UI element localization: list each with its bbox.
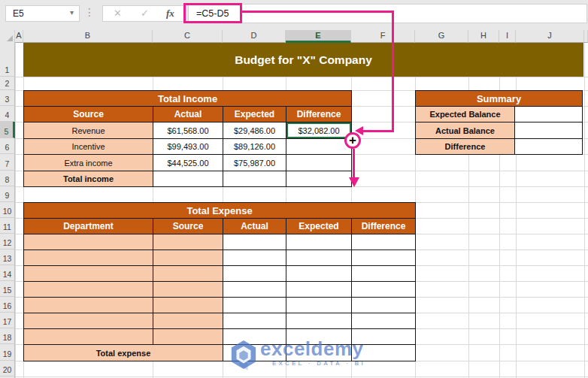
cell-E14[interactable] — [286, 266, 352, 282]
cell-C17[interactable] — [153, 313, 223, 329]
row-header-16[interactable]: 16 — [0, 297, 15, 313]
cell-C16[interactable] — [153, 298, 223, 313]
cell-F18[interactable] — [352, 329, 416, 345]
cell-E7[interactable] — [286, 155, 352, 171]
expense-header-source[interactable]: Source — [153, 219, 223, 234]
row-header-20[interactable]: 20 — [0, 361, 15, 376]
cell-E5-selected[interactable]: $32,082.00 — [286, 122, 352, 139]
enter-icon[interactable]: ✓ — [141, 8, 149, 19]
cell-C18[interactable] — [153, 329, 223, 345]
chevron-down-icon[interactable]: ▾ — [70, 8, 74, 17]
column-header-A[interactable]: A — [15, 30, 23, 43]
row-header-15[interactable]: 15 — [0, 281, 15, 297]
cell-D6[interactable]: $89,126.00 — [223, 139, 286, 155]
cell-B8-total-income[interactable]: Total income — [24, 171, 153, 187]
income-title-cell[interactable]: Total Income — [24, 91, 352, 107]
select-all-button[interactable] — [0, 30, 15, 43]
cell-C5[interactable]: $61,568.00 — [153, 122, 223, 139]
row-header-18[interactable]: 18 — [0, 328, 15, 344]
row-header-8[interactable]: 8 — [0, 171, 15, 186]
row-header-5[interactable]: 5 — [0, 122, 15, 138]
cell-C14[interactable] — [153, 266, 223, 282]
expense-title-cell[interactable]: Total Expense — [24, 203, 416, 219]
row-header-11[interactable]: 11 — [0, 218, 15, 234]
row-header-17[interactable]: 17 — [0, 313, 15, 328]
cell-D19[interactable] — [223, 345, 286, 361]
cell-C7[interactable]: $44,525.00 — [153, 155, 223, 171]
income-header-difference[interactable]: Difference — [286, 107, 352, 122]
cell-C8[interactable] — [153, 171, 223, 187]
cell-D15[interactable] — [223, 282, 286, 298]
column-header-B[interactable]: B — [23, 30, 153, 43]
cell-B6[interactable]: Incentive — [24, 139, 153, 155]
column-header-H[interactable]: H — [468, 30, 499, 43]
cell-B16[interactable] — [24, 298, 153, 313]
insert-function-icon[interactable]: fx — [166, 8, 174, 20]
cell-E17[interactable] — [286, 313, 352, 329]
cell-B14[interactable] — [24, 266, 153, 282]
sheet-title-banner[interactable]: Budget for "X" Company — [23, 43, 583, 77]
fill-handle-annotation[interactable]: + — [344, 132, 361, 149]
column-header-E[interactable]: E — [286, 30, 351, 43]
income-header-expected[interactable]: Expected — [223, 107, 286, 122]
cell-D18[interactable] — [223, 329, 286, 345]
cell-D14[interactable] — [223, 266, 286, 282]
cancel-icon[interactable]: ✕ — [114, 8, 122, 19]
cell-G4-expected-balance[interactable]: Expected Balance — [416, 107, 515, 122]
summary-title-cell[interactable]: Summary — [416, 91, 583, 107]
cell-F14[interactable] — [352, 266, 416, 282]
income-header-actual[interactable]: Actual — [153, 107, 223, 122]
row-header-14[interactable]: 14 — [0, 265, 15, 281]
row-header-10[interactable]: 10 — [0, 202, 15, 218]
expense-header-difference[interactable]: Difference — [352, 219, 416, 234]
cell-C15[interactable] — [153, 282, 223, 298]
cell-C6[interactable]: $99,493.00 — [153, 139, 223, 155]
expense-header-actual[interactable]: Actual — [223, 219, 286, 234]
cell-G6-difference[interactable]: Difference — [416, 139, 515, 155]
cell-F15[interactable] — [352, 282, 416, 298]
cell-B13[interactable] — [24, 250, 153, 266]
name-box[interactable]: E5 ▾ — [5, 5, 80, 22]
cell-C13[interactable] — [153, 250, 223, 266]
cell-D17[interactable] — [223, 313, 286, 329]
cell-B17[interactable] — [24, 313, 153, 329]
expense-header-department[interactable]: Department — [24, 219, 153, 234]
cell-E8[interactable] — [286, 171, 352, 187]
row-header-6[interactable]: 6 — [0, 138, 15, 154]
cell-F13[interactable] — [352, 250, 416, 266]
cell-B5[interactable]: Revenue — [24, 122, 153, 139]
row-header-9[interactable]: 9 — [0, 186, 15, 202]
row-header-2[interactable]: 2 — [0, 77, 15, 90]
column-header-I[interactable]: I — [499, 30, 516, 43]
row-header-3[interactable]: 3 — [0, 90, 15, 106]
cell-B15[interactable] — [24, 282, 153, 298]
cell-J5[interactable] — [515, 122, 583, 139]
row-header-13[interactable]: 13 — [0, 249, 15, 265]
column-header-J[interactable]: J — [516, 30, 584, 43]
cell-C12[interactable] — [153, 234, 223, 250]
column-header-C[interactable]: C — [153, 30, 223, 43]
cell-G5-actual-balance[interactable]: Actual Balance — [416, 122, 515, 139]
cell-F12[interactable] — [352, 234, 416, 250]
cell-E6[interactable] — [286, 139, 352, 155]
cell-E15[interactable] — [286, 282, 352, 298]
cell-E19[interactable] — [286, 345, 352, 361]
row-header-4[interactable]: 4 — [0, 106, 15, 122]
expense-header-expected[interactable]: Expected — [286, 219, 352, 234]
cell-B12[interactable] — [24, 234, 153, 250]
cell-D16[interactable] — [223, 298, 286, 313]
cell-F19[interactable] — [352, 345, 416, 361]
income-header-source[interactable]: Source — [24, 107, 153, 122]
cell-D7[interactable]: $75,987.00 — [223, 155, 286, 171]
row-header-19[interactable]: 19 — [0, 344, 15, 361]
cell-E12[interactable] — [286, 234, 352, 250]
column-header-D[interactable]: D — [223, 30, 286, 43]
cell-E13[interactable] — [286, 250, 352, 266]
cell-D13[interactable] — [223, 250, 286, 266]
column-header-K[interactable] — [584, 30, 588, 43]
cell-E16[interactable] — [286, 298, 352, 313]
cell-J4[interactable] — [515, 107, 583, 122]
column-header-G[interactable]: G — [415, 30, 468, 43]
cell-F16[interactable] — [352, 298, 416, 313]
cell-F17[interactable] — [352, 313, 416, 329]
